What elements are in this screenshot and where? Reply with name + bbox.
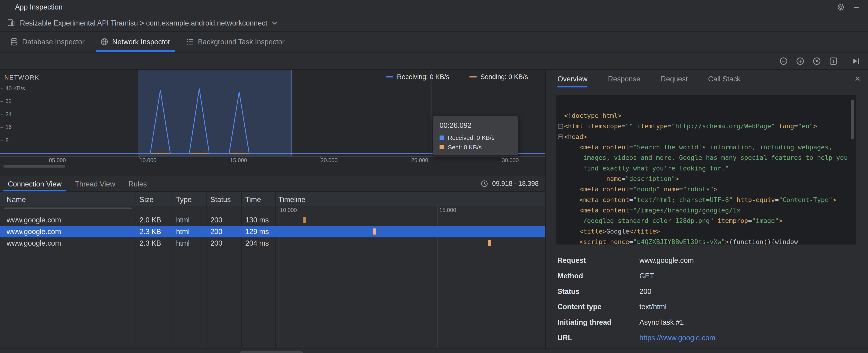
table-row[interactable]: www.google.com2.3 KBhtml200204 ms: [0, 237, 545, 249]
selection-range: 09.918 - 18.398: [480, 180, 545, 187]
tool-window-app-inspection[interactable]: App Inspection: [240, 351, 303, 353]
table-row[interactable]: www.google.com2.0 KBhtml200130 ms: [0, 214, 545, 226]
field-method: MethodGET: [557, 271, 859, 283]
legend-label: Sending: 0 KB/s: [480, 73, 528, 81]
zoom-out-icon: [779, 56, 788, 66]
tool-window-build[interactable]: Build: [472, 351, 507, 353]
tab-background-task-inspector[interactable]: Background Task Inspector: [178, 32, 292, 52]
bottom-tool-window-bar: Version ControlRunTODOProblemsTerminalAp…: [0, 349, 868, 353]
process-selector-bar: Resizable Experimental API Tiramisu > co…: [0, 14, 868, 32]
cell-name: www.google.com: [7, 214, 136, 226]
tab-request[interactable]: Request: [661, 70, 687, 88]
timeline-bar: [488, 240, 491, 246]
screen: App Inspection Resizable Experimental AP…: [0, 0, 868, 353]
tab-label: Network Inspector: [112, 38, 170, 46]
y-axis-tick: [0, 114, 3, 115]
overview-fields: Requestwww.google.comMethodGETStatus200C…: [557, 256, 859, 349]
tooltip-swatch: [440, 135, 444, 140]
y-axis-label: 16: [6, 124, 12, 130]
tool-window-todo[interactable]: TODO: [104, 351, 143, 353]
code-scrollbar[interactable]: [851, 99, 854, 139]
column-header-size[interactable]: Size: [140, 192, 153, 206]
chevron-down-icon[interactable]: [272, 21, 277, 25]
zoom-toolbar: 1: [0, 53, 868, 70]
field-value-link[interactable]: https://www.google.com: [640, 333, 715, 342]
tab-network-inspector[interactable]: Network Inspector: [92, 32, 178, 52]
field-url: URLhttps://www.google.com: [557, 333, 859, 345]
y-axis-label: 8: [6, 137, 8, 143]
tab-connection-view[interactable]: Connection View: [1, 176, 68, 191]
tooltip-label: Sent: 0 KB/s: [448, 144, 482, 151]
connection-details-panel: OverviewResponseRequestCall Stack× <!doc…: [545, 70, 868, 349]
zoom-out-button[interactable]: [777, 55, 789, 67]
code-line: <title>Google</title>: [564, 226, 850, 237]
column-header-name[interactable]: Name: [7, 192, 26, 206]
code-fold-toggle[interactable]: −: [558, 134, 563, 139]
code-line: <!doctype html>: [564, 110, 850, 121]
code-line: <meta content="/images/branding/googleg/…: [564, 205, 850, 216]
cell-type: html: [176, 226, 206, 237]
chart-title: NETWORK: [4, 74, 39, 81]
cell-name: www.google.com: [7, 237, 136, 249]
close-details-icon[interactable]: ×: [855, 74, 860, 83]
column-header-type[interactable]: Type: [176, 192, 191, 206]
chart-scrollbar[interactable]: [3, 165, 65, 168]
field-value: AsyncTask #1: [640, 318, 684, 326]
table-header: NameSizeTypeStatusTimeTimeline: [0, 192, 545, 206]
tool-window-app-quality-insights[interactable]: App Quality Insights: [345, 351, 424, 353]
code-line: /googleg_standard_color_128dp.png" itemp…: [564, 216, 850, 226]
tool-window-profiler[interactable]: Profiler: [508, 351, 549, 353]
gear-icon: [836, 3, 845, 11]
reset-zoom-button[interactable]: [810, 55, 823, 67]
device-icon: [7, 18, 16, 27]
tab-thread-view[interactable]: Thread View: [68, 176, 122, 191]
tab-rules[interactable]: Rules: [122, 176, 154, 191]
process-selector-label[interactable]: Resizable Experimental API Tiramisu > co…: [20, 19, 267, 27]
go-live-button[interactable]: [849, 55, 861, 67]
code-line: name="description">: [564, 174, 850, 184]
table-row[interactable]: www.google.com2.3 KBhtml200129 ms: [0, 226, 545, 237]
tool-window-version-control[interactable]: Version Control: [4, 351, 70, 353]
tab-overview[interactable]: Overview: [557, 70, 587, 88]
zoom-to-selection-button[interactable]: 1: [827, 55, 839, 67]
tab-database-inspector[interactable]: Database Inspector: [2, 32, 92, 52]
code-line: <html itemscope="" itemtype="http://sche…: [564, 121, 850, 131]
go-live-icon: [850, 56, 860, 66]
details-tab-bar: OverviewResponseRequestCall Stack×: [546, 70, 868, 88]
y-axis-label: 32: [6, 98, 12, 104]
legend-item: Receiving: 0 KB/s: [386, 73, 449, 81]
hide-panel-button[interactable]: [850, 1, 862, 13]
legend-swatch: [469, 76, 476, 77]
tooltip-label: Received: 0 KB/s: [448, 134, 495, 141]
tool-window-logcat[interactable]: Logcat: [305, 351, 344, 353]
field-label: Initiating thread: [557, 318, 640, 326]
tab-label: Database Inspector: [22, 38, 85, 46]
cell-size: 2.0 KB: [140, 214, 172, 226]
table-rows: www.google.com2.0 KBhtml200130 mswww.goo…: [0, 214, 545, 349]
tool-window-run[interactable]: Run: [71, 351, 103, 353]
cell-size: 2.3 KB: [140, 237, 172, 249]
tool-window-problems[interactable]: Problems: [144, 351, 192, 353]
zoom-in-button[interactable]: [794, 55, 806, 67]
name-column-scrollbar[interactable]: [4, 207, 132, 209]
tooltip-time: 00:26.092: [440, 121, 512, 129]
tab-response[interactable]: Response: [608, 70, 640, 88]
code-line: <meta content="text/html; charset=UTF-8"…: [564, 195, 850, 205]
y-axis-label: 40 KB/s: [6, 85, 25, 91]
field-label: URL: [557, 333, 640, 342]
network-inspector-main: NETWORK Receiving: 0 KB/sSending: 0 KB/s…: [0, 70, 545, 349]
tool-window-terminal[interactable]: Terminal: [193, 351, 238, 353]
tool-window-services[interactable]: Services: [426, 351, 471, 353]
code-fold-toggle[interactable]: −: [558, 124, 563, 129]
response-payload-preview[interactable]: <!doctype html><html itemscope="" itemty…: [556, 95, 856, 245]
settings-button[interactable]: [835, 1, 847, 13]
column-header-timeline[interactable]: Timeline: [279, 192, 305, 206]
y-axis-tick: [0, 140, 3, 141]
network-usage-chart[interactable]: NETWORK Receiving: 0 KB/sSending: 0 KB/s…: [0, 70, 545, 176]
tab-call-stack[interactable]: Call Stack: [708, 70, 741, 88]
x-axis-label: 25.000: [411, 157, 428, 163]
column-header-time[interactable]: Time: [245, 192, 261, 206]
chart-legend: Receiving: 0 KB/sSending: 0 KB/s: [386, 73, 528, 81]
network-icon: [100, 38, 108, 46]
column-header-status[interactable]: Status: [210, 192, 231, 206]
